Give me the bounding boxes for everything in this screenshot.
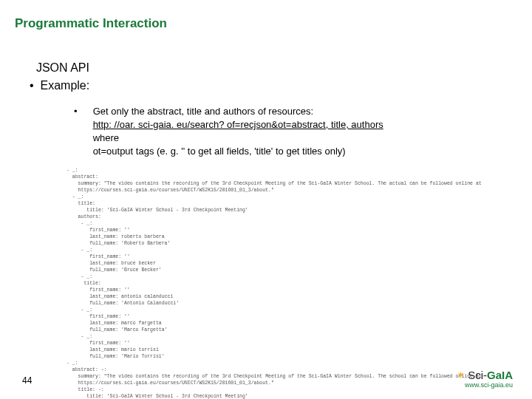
slide-title: Programmatic Interaction [15,16,167,31]
star-icon: ✶ [457,369,465,381]
content-area: JSON API • Example: • Get only the abstr… [30,59,517,158]
bullet-text-1: JSON API [36,61,89,74]
logo-text: ✶ Sci-GaIA [457,369,513,381]
bullet-example: • Example: [30,77,517,95]
sub-line-1: Get only the abstract, title and authors… [93,106,313,117]
logo-url: www.sci-gaia.eu [457,381,513,389]
logo-gal: GaIA [487,369,513,381]
json-output-sample: - _: abstract: summary: "The video conta… [66,167,482,399]
bullet-dot: • [74,105,90,118]
sub-line-3: where [93,132,119,143]
sub-bullet: • Get only the abstract, title and autho… [74,105,517,158]
page-number: 44 [22,375,32,386]
sub-bullet-text: Get only the abstract, title and authors… [93,105,383,158]
api-url-link[interactable]: http: //oar. sci-gaia. eu/search? of=rec… [93,119,383,130]
sub-line-4: ot=output tags (e. g. '' to get all fiel… [93,146,346,157]
footer-logo: ✶ Sci-GaIA www.sci-gaia.eu [457,369,513,389]
bullet-text-2: Example: [41,79,90,92]
bullet-json-api: JSON API [30,59,517,77]
logo-sci: Sci [468,369,483,381]
